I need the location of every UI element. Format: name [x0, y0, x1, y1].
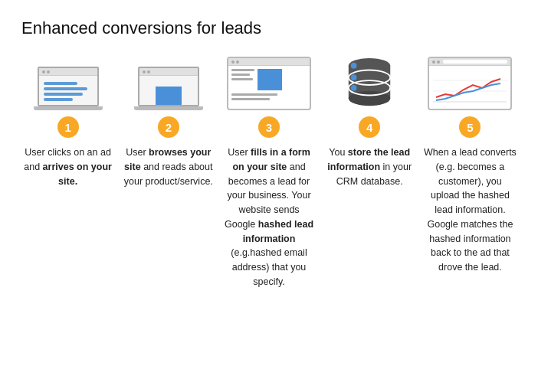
svg-point-6 [351, 74, 357, 80]
steps-container: 1 User clicks on an ad and arrives on yo… [21, 57, 517, 289]
step-4-illustration [327, 57, 412, 110]
step-2-illustration [126, 57, 211, 110]
step-5: 5 When a lead converts (e.g. becomes a c… [424, 57, 517, 275]
database-svg [346, 57, 393, 110]
step-3: 3 User fills in a form on your site and … [222, 57, 315, 289]
svg-point-7 [351, 85, 357, 91]
step-3-badge: 3 [258, 116, 280, 138]
step-4: 4 You store the lead information in your… [323, 57, 416, 188]
step-2-text: User browses your site and reads about y… [122, 145, 215, 188]
step-1-illustration [26, 57, 110, 110]
step-3-text: User fills in a form on your site and be… [222, 145, 315, 289]
step-1-text: User clicks on an ad and arrives on your… [21, 145, 114, 188]
step-3-illustration [227, 57, 311, 110]
page-title: Enhanced conversions for leads [21, 18, 517, 38]
step-1-badge: 1 [57, 116, 79, 138]
step-2-badge: 2 [158, 116, 179, 138]
step-5-text: When a lead converts (e.g. becomes a cus… [424, 145, 517, 275]
step-2: 2 User browses your site and reads about… [122, 57, 215, 188]
step-4-badge: 4 [359, 116, 380, 138]
chart-svg [433, 68, 507, 103]
step-1: 1 User clicks on an ad and arrives on yo… [21, 57, 114, 188]
step-4-text: You store the lead information in your C… [323, 145, 416, 188]
step-5-illustration [428, 57, 512, 110]
svg-point-5 [351, 63, 357, 69]
step-5-badge: 5 [459, 116, 481, 138]
